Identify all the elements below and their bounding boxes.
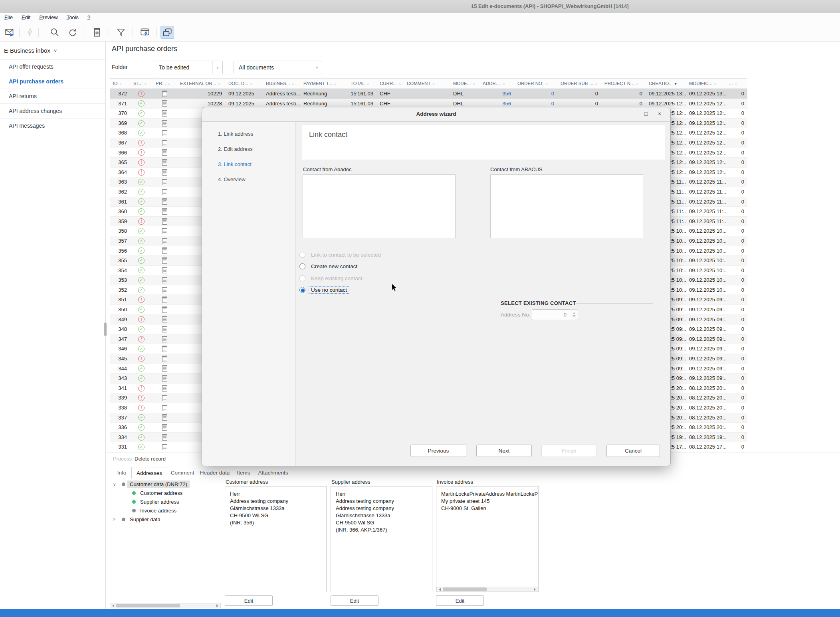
window-titlebar[interactable]: 15 Edit e-documents (API) - SHOPAPI_Webw… xyxy=(0,0,840,13)
document-icon[interactable] xyxy=(162,444,167,450)
filter-funnel-icon[interactable] xyxy=(114,26,128,39)
tree-item-customer-data-dnr-72-[interactable]: ∨Customer data (DNR:72) xyxy=(110,480,221,488)
maximize-icon[interactable]: □ xyxy=(642,111,650,119)
document-icon[interactable] xyxy=(162,110,167,117)
document-icon[interactable] xyxy=(162,395,167,401)
scroll-left-icon[interactable] xyxy=(437,587,442,591)
tab-header-data[interactable]: Header data xyxy=(198,467,232,478)
document-icon[interactable] xyxy=(162,365,167,372)
document-icon[interactable] xyxy=(162,198,167,205)
sort-asc-icon[interactable]: ▵ xyxy=(432,81,434,86)
document-icon[interactable] xyxy=(162,130,167,136)
document-icon[interactable] xyxy=(162,228,167,234)
wizard-step-4[interactable]: 4. Overview xyxy=(218,176,246,182)
document-icon[interactable] xyxy=(162,356,167,362)
address-link[interactable]: 356 xyxy=(502,101,511,107)
document-icon[interactable] xyxy=(162,326,167,332)
scroll-left-icon[interactable] xyxy=(111,603,116,608)
radio-icon[interactable] xyxy=(299,263,305,269)
scroll-right-icon[interactable] xyxy=(215,603,220,608)
tree-item-supplier-data[interactable]: >Supplier data xyxy=(110,515,221,524)
table-row[interactable]: 372!1022909.12.2025Address testi...Rechn… xyxy=(110,89,747,99)
document-icon[interactable] xyxy=(162,287,167,293)
send-mail-icon[interactable] xyxy=(3,26,17,39)
document-icon[interactable] xyxy=(162,169,167,176)
column-header-ext[interactable]: EXTERNAL OR...▵ xyxy=(177,79,225,88)
sort-asc-icon[interactable]: ▵ xyxy=(145,81,147,86)
column-header-pr[interactable]: PR...▵ xyxy=(153,79,177,88)
tree-horizontal-scrollbar[interactable] xyxy=(110,603,221,608)
radio-icon[interactable] xyxy=(299,287,305,293)
column-header-id[interactable]: ID▵ xyxy=(110,79,130,88)
tab-attachments[interactable]: Attachments xyxy=(255,467,291,478)
sort-asc-icon[interactable]: ▵ xyxy=(250,81,252,86)
edit-button[interactable]: Edit xyxy=(436,595,484,606)
address-link[interactable]: 356 xyxy=(502,91,511,97)
chevron-right-icon[interactable]: > xyxy=(113,517,115,522)
menu-file[interactable]: File xyxy=(0,13,17,20)
document-icon[interactable] xyxy=(162,385,167,392)
column-header-modified[interactable]: MODIFIC...▵ xyxy=(686,79,726,88)
radio-use-no-contact[interactable]: Use no contact xyxy=(299,286,349,294)
sidebar-item-api-messages[interactable]: API messages xyxy=(0,119,105,133)
column-header-created[interactable]: CREATIO...▾ xyxy=(646,79,686,88)
document-icon[interactable] xyxy=(162,424,167,431)
document-icon[interactable] xyxy=(162,267,167,273)
sort-asc-icon[interactable]: ▵ xyxy=(545,81,547,86)
document-icon[interactable] xyxy=(162,218,167,225)
column-header-project[interactable]: PROJECT N...▵ xyxy=(601,79,646,88)
sort-asc-icon[interactable]: ▵ xyxy=(120,81,122,86)
sort-desc-icon[interactable]: ▾ xyxy=(675,81,677,86)
document-icon[interactable] xyxy=(162,434,167,441)
order-link[interactable]: 0 xyxy=(551,101,554,107)
column-header-mode[interactable]: MODE...▵ xyxy=(450,79,479,88)
delete-record-button[interactable]: Delete record xyxy=(135,456,166,462)
sidebar-item-api-offer-requests[interactable]: API offer requests xyxy=(0,59,105,74)
menu-tools[interactable]: Tools xyxy=(62,13,83,20)
folder-dropdown[interactable]: To be edited ∨ xyxy=(154,61,223,74)
process-button[interactable]: Process xyxy=(113,456,132,462)
column-header-order_sub[interactable]: ORDER SUB-...▵ xyxy=(557,79,601,88)
edit-button[interactable]: Edit xyxy=(331,595,378,606)
scroll-right-icon[interactable] xyxy=(532,587,537,591)
scrollbar-thumb[interactable] xyxy=(443,587,487,591)
document-icon[interactable] xyxy=(162,336,167,342)
lightning-icon[interactable] xyxy=(23,26,37,39)
column-header-total[interactable]: TOTAL▵ xyxy=(347,79,376,88)
sidebar-item-api-purchase-orders[interactable]: API purchase orders xyxy=(0,74,105,89)
document-icon[interactable] xyxy=(162,238,167,244)
sort-asc-icon[interactable]: ▵ xyxy=(218,81,220,86)
dialog-titlebar[interactable]: Address wizard − □ × xyxy=(202,107,670,122)
sort-asc-icon[interactable]: ▵ xyxy=(399,81,401,86)
tab-addresses[interactable]: Addresses xyxy=(131,467,167,479)
tree-item-invoice-address[interactable]: Invoice address xyxy=(110,506,221,515)
wizard-step-1[interactable]: 1. Link address xyxy=(218,131,253,137)
column-header-business[interactable]: BUSINES...▵ xyxy=(263,79,300,88)
sidebar-item-api-returns[interactable]: API returns xyxy=(0,89,105,104)
document-icon[interactable] xyxy=(162,257,167,264)
sort-asc-icon[interactable]: ▵ xyxy=(636,81,638,86)
tab-comment[interactable]: Comment xyxy=(167,467,198,478)
column-header-comment[interactable]: COMMENT▵ xyxy=(404,79,450,88)
abadoc-contact-list[interactable] xyxy=(303,174,456,238)
refresh-icon[interactable] xyxy=(66,26,79,39)
column-header-payment[interactable]: PAYMENT T...▵ xyxy=(300,79,347,88)
document-icon[interactable] xyxy=(162,179,167,185)
column-header-currency[interactable]: CURR...▵ xyxy=(376,79,404,88)
window-stack-icon[interactable] xyxy=(160,26,174,39)
sort-asc-icon[interactable]: ▵ xyxy=(503,81,505,86)
document-icon[interactable] xyxy=(162,159,167,166)
sort-asc-icon[interactable]: ▵ xyxy=(595,81,597,86)
document-icon[interactable] xyxy=(162,91,167,97)
previous-button[interactable]: Previous xyxy=(410,445,466,457)
window-flash-icon[interactable] xyxy=(138,26,152,39)
next-button[interactable]: Next xyxy=(476,445,532,457)
address-no-spinner[interactable] xyxy=(570,309,578,320)
splitter-handle[interactable] xyxy=(104,322,107,336)
close-icon[interactable]: × xyxy=(655,111,664,119)
scrollbar-thumb[interactable] xyxy=(116,604,180,607)
menu-edit[interactable]: Edit xyxy=(17,13,35,20)
document-icon[interactable] xyxy=(162,346,167,352)
spinner-down-icon[interactable] xyxy=(573,315,576,317)
search-icon[interactable] xyxy=(48,26,61,39)
